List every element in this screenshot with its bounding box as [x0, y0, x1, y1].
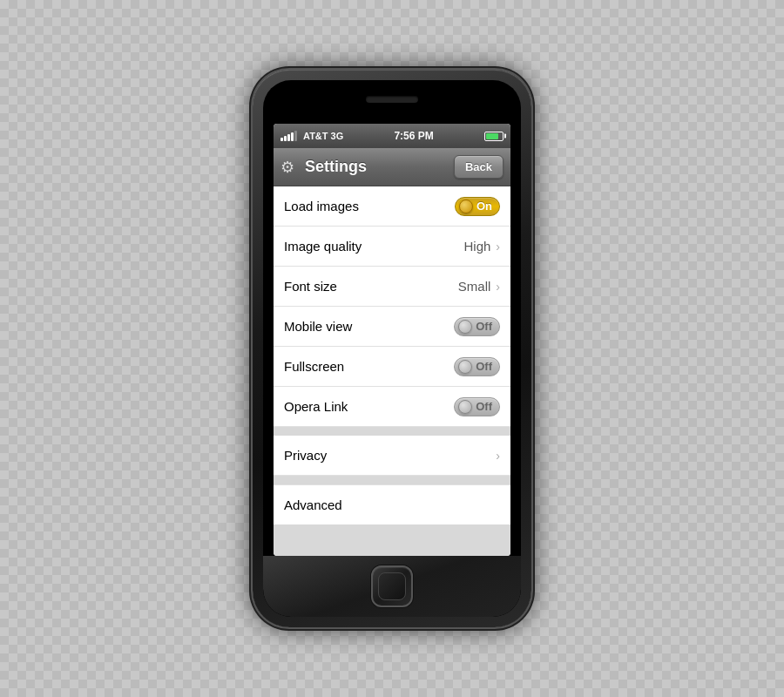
signal-bars: [280, 131, 297, 141]
navigation-bar: ⚙ Settings Back: [274, 148, 510, 186]
load-images-label: Load images: [284, 199, 359, 213]
opera-link-label: Opera Link: [284, 399, 348, 414]
battery-icon: [484, 132, 504, 141]
battery-fill: [486, 133, 498, 139]
nav-title-area: ⚙ Settings: [280, 158, 454, 177]
network-label: 3G: [331, 131, 344, 141]
mobile-view-value: Off: [476, 320, 492, 333]
settings-row-opera-link[interactable]: Opera Link Off: [274, 387, 510, 427]
carrier-label: AT&T: [303, 131, 328, 141]
home-button-inner: [378, 572, 406, 600]
status-bar: AT&T 3G 7:56 PM: [274, 124, 510, 148]
font-size-value: Small: [458, 279, 491, 294]
load-images-toggle[interactable]: On: [455, 197, 500, 216]
settings-row-font-size[interactable]: Font size Small ›: [274, 267, 510, 307]
signal-bar-4: [291, 132, 294, 141]
privacy-label: Privacy: [284, 448, 327, 463]
phone-device: AT&T 3G 7:56 PM ⚙ Settings Back: [253, 70, 531, 627]
image-quality-chevron: ›: [496, 240, 500, 254]
settings-list: Load images On Image quality High ›: [274, 186, 510, 556]
phone-body: AT&T 3G 7:56 PM ⚙ Settings Back: [263, 80, 521, 617]
nav-title: Settings: [305, 158, 367, 176]
status-right: [484, 132, 504, 141]
mobile-view-toggle[interactable]: Off: [454, 317, 500, 336]
row-separator-1: [274, 427, 510, 436]
opera-link-toggle[interactable]: Off: [454, 397, 500, 416]
fullscreen-toggle[interactable]: Off: [454, 357, 500, 376]
status-left: AT&T 3G: [280, 131, 343, 141]
font-size-chevron: ›: [496, 280, 500, 294]
row-separator-2: [274, 476, 510, 484]
back-button[interactable]: Back: [454, 155, 504, 179]
speaker-slot: [366, 96, 418, 103]
image-quality-value: High: [463, 239, 490, 254]
toggle-dot-off-fs: [458, 360, 472, 374]
toggle-dot-on: [459, 200, 473, 213]
opera-link-value: Off: [476, 400, 492, 413]
privacy-chevron: ›: [496, 449, 500, 463]
toggle-dot-off-ol: [458, 400, 472, 414]
signal-bar-2: [284, 136, 287, 141]
settings-row-image-quality[interactable]: Image quality High ›: [274, 227, 510, 267]
settings-row-advanced[interactable]: Advanced: [274, 484, 510, 524]
gear-icon: ⚙: [280, 158, 300, 177]
font-size-value-area: Small ›: [458, 279, 500, 294]
advanced-label: Advanced: [284, 497, 342, 512]
settings-row-privacy[interactable]: Privacy ›: [274, 436, 510, 476]
status-time: 7:56 PM: [394, 130, 433, 142]
settings-row-fullscreen[interactable]: Fullscreen Off: [274, 347, 510, 387]
home-button-area: [263, 556, 521, 617]
mobile-view-label: Mobile view: [284, 319, 352, 334]
home-button[interactable]: [371, 565, 413, 607]
signal-bar-1: [280, 138, 283, 141]
load-images-value: On: [476, 200, 492, 213]
font-size-label: Font size: [284, 279, 337, 294]
image-quality-value-area: High ›: [463, 239, 500, 254]
fullscreen-label: Fullscreen: [284, 359, 344, 374]
signal-bar-3: [287, 134, 290, 141]
settings-row-load-images[interactable]: Load images On: [274, 186, 510, 227]
screen: AT&T 3G 7:56 PM ⚙ Settings Back: [274, 124, 510, 556]
image-quality-label: Image quality: [284, 239, 362, 254]
signal-bar-5: [294, 131, 297, 141]
toggle-dot-off-mv: [458, 320, 472, 334]
fullscreen-value: Off: [476, 360, 492, 373]
settings-row-mobile-view[interactable]: Mobile view Off: [274, 307, 510, 347]
